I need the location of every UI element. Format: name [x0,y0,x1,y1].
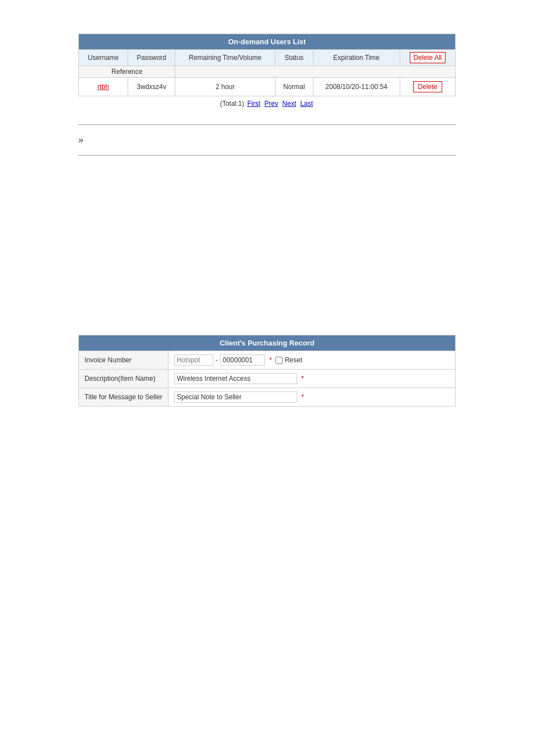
description-asterisk: * [301,375,304,382]
pagination-total: (Total:1) [220,100,244,108]
reference-row: Reference [79,66,456,78]
col-username: Username [79,50,128,66]
invoice-number-cell: - * Reset [168,351,456,370]
arrow-symbol: » [78,135,83,144]
cell-username: rtbh [79,78,128,96]
divider-bottom [78,155,456,156]
description-input[interactable] [174,373,297,384]
arrow-section: » [78,130,456,150]
purchasing-table-header-row: Client's Purchasing Record [79,335,456,351]
title-message-input[interactable] [174,391,297,403]
invoice-separator: - [216,356,218,364]
divider-top [78,124,456,125]
cell-status: Normal [275,78,313,96]
title-message-cell: * [168,388,456,407]
purchasing-table: Client's Purchasing Record Invoice Numbe… [78,335,456,407]
col-remaining: Remaining Time/Volume [175,50,275,66]
users-table-header-row: On-demand Users List [79,34,456,50]
users-table-title: On-demand Users List [79,34,456,50]
description-row: Description(Item Name) * [79,370,456,388]
pagination-prev[interactable]: Prev [264,100,278,108]
username-link[interactable]: rtbh [97,83,109,91]
reference-label: Reference [79,66,175,78]
invoice-asterisk: * [269,356,272,364]
cell-delete: Delete [400,78,455,96]
col-expiration: Expiration Time [313,50,400,66]
pagination-first[interactable]: First [247,100,260,108]
col-header-row: Username Password Remaining Time/Volume … [79,50,456,66]
invoice-number-row: Invoice Number - * Reset [79,351,456,370]
description-cell: * [168,370,456,388]
title-message-row: Title for Message to Seller * [79,388,456,407]
description-label: Description(Item Name) [79,370,168,388]
hotspot-input[interactable] [174,354,213,366]
reset-label: Reset [285,356,302,364]
col-status: Status [275,50,313,66]
cell-password: 3wdxsz4v [128,78,175,96]
title-message-label: Title for Message to Seller [79,388,168,407]
pagination-last[interactable]: Last [300,100,313,108]
cell-remaining: 2 hour [175,78,275,96]
col-password: Password [128,50,175,66]
col-delete-all: Delete All [400,50,455,66]
table-row: rtbh 3wdxsz4v 2 hour Normal 2008/10/20-1… [79,78,456,96]
cell-expiration: 2008/10/20-11:00:54 [313,78,400,96]
reset-checkbox[interactable] [275,357,283,364]
delete-button[interactable]: Delete [413,81,443,92]
purchasing-table-title: Client's Purchasing Record [79,335,456,351]
users-table-wrapper: On-demand Users List Username Password R… [78,34,456,108]
delete-all-button[interactable]: Delete All [410,52,446,63]
title-message-asterisk: * [301,393,304,401]
invoice-number-input[interactable] [220,354,265,366]
pagination: (Total:1) First Prev Next Last [78,100,456,108]
invoice-number-label: Invoice Number [79,351,168,370]
purchasing-table-wrapper: Client's Purchasing Record Invoice Numbe… [78,335,456,407]
pagination-next[interactable]: Next [282,100,296,108]
users-table: On-demand Users List Username Password R… [78,34,456,96]
invoice-row-content: - * Reset [174,354,449,366]
